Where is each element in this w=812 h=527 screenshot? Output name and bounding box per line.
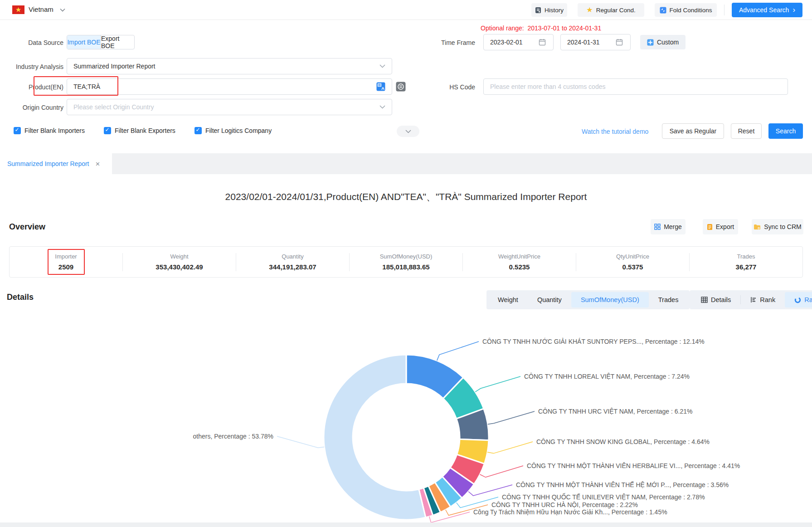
horizontal-scrollbar[interactable] [0, 522, 812, 527]
fold-conditions-label: Fold Conditions [670, 7, 712, 14]
custom-range-button[interactable]: Custom [640, 35, 686, 49]
pie-label: CÔNG TY TNHH MỘT THÀNH VIÊN THẾ HỆ MỚI P… [516, 481, 729, 488]
chevron-down-icon [379, 105, 385, 109]
metric-tab-quantity[interactable]: Quantity [528, 292, 571, 307]
rank-icon [750, 297, 757, 303]
optional-range-text: Optional range: 2013-07-01 to 2024-01-31 [481, 24, 601, 32]
tab-close-icon[interactable]: × [96, 160, 100, 168]
country-name: Vietnam [29, 5, 53, 13]
app-window: Vietnam History ★ Regular Cond. Fold Con… [0, 0, 812, 527]
tutorial-link[interactable]: Watch the tutorial demo [582, 128, 648, 135]
pie-label: CÔNG TY TNHH URC VIỆT NAM, Percentage : … [538, 408, 693, 415]
match-mode-icon[interactable] [396, 82, 406, 92]
origin-country-label: Origin Country [0, 104, 63, 111]
topbar-divider [724, 5, 724, 15]
export-button[interactable]: Export [703, 219, 738, 234]
overview-heading: Overview [9, 222, 45, 232]
view-tabs: Details Rank Ratio [690, 290, 812, 309]
pie-label: CÔNG TY TNHH MỘT THÀNH VIÊN HERBALIFE VI… [527, 462, 740, 469]
stat-qty-unit-price: QtyUnitPrice0.5375 [576, 253, 689, 271]
reset-button[interactable]: Reset [731, 123, 762, 139]
export-label: Export [716, 223, 734, 230]
checkbox-label: Filter Blank Importers [24, 127, 85, 134]
report-title: 2023/02/01-2024/01/31,Product(EN) AND"TE… [0, 190, 812, 203]
industry-analysis-label: Industry Analysis [0, 63, 63, 70]
fold-conditions-button[interactable]: Fold Conditions [655, 3, 717, 17]
search-button[interactable]: Search [768, 123, 803, 139]
stat-trades: Trades36,277 [690, 253, 802, 271]
product-en-input[interactable] [67, 78, 392, 95]
view-tab-ratio[interactable]: Ratio [785, 292, 812, 307]
details-heading: Details [7, 293, 34, 302]
data-source-toggle: Import BOE Export BOE [67, 35, 135, 49]
start-date-input[interactable] [483, 34, 554, 50]
stat-quantity: Quantity344,191,283.07 [236, 253, 349, 271]
pie-leader-line [475, 376, 520, 392]
regular-cond-button[interactable]: ★ Regular Cond. [578, 3, 644, 17]
import-boe-option[interactable]: Import BOE [67, 35, 101, 49]
history-icon [535, 7, 541, 14]
view-tab-label: Rank [760, 296, 775, 303]
metric-tab-sum-of-money[interactable]: SumOfMoney(USD) [571, 292, 649, 307]
checkbox-checked-icon [194, 127, 202, 134]
advanced-search-button[interactable]: Advanced Search › [732, 3, 802, 17]
pie-leader-line [480, 466, 524, 477]
custom-label: Custom [657, 39, 679, 46]
product-en-label: Product(EN) [0, 83, 63, 91]
metric-tab-trades[interactable]: Trades [649, 292, 688, 307]
pie-label: CÔNG TY TNHH SNOW KING GLOBAL, Percentag… [536, 438, 710, 445]
pie-label: CÔNG TY TNHH NƯỚC GIẢI KHÁT SUNTORY PEPS… [482, 338, 705, 345]
view-tab-label: Details [711, 296, 731, 303]
checkbox-checked-icon [104, 127, 111, 134]
metric-tab-weight[interactable]: Weight [488, 292, 528, 307]
filter-checkbox-row: Filter Blank Importers Filter Blank Expo… [14, 127, 291, 134]
merge-label: Merge [664, 223, 682, 230]
filter-blank-importers-checkbox[interactable]: Filter Blank Importers [14, 127, 85, 134]
star-icon: ★ [586, 6, 593, 14]
tab-summarized-importer-report[interactable]: Summarized Importer Report × [0, 153, 112, 174]
stat-weight: Weight353,430,402.49 [123, 253, 236, 271]
ratio-donut-chart: CÔNG TY TNHH NƯỚC GIẢI KHÁT SUNTORY PEPS… [0, 317, 812, 524]
advanced-search-label: Advanced Search [739, 6, 789, 14]
hs-code-input[interactable] [483, 78, 788, 95]
sync-to-crm-button[interactable]: Sync to CRM [752, 219, 803, 234]
pie-leader-line [437, 342, 479, 361]
custom-icon [647, 39, 654, 46]
view-tab-rank[interactable]: Rank [741, 292, 785, 307]
save-as-regular-button[interactable]: Save as Regular [662, 123, 724, 139]
pie-leader-line [487, 442, 533, 454]
sync-to-crm-label: Sync to CRM [764, 223, 801, 230]
end-date-input[interactable] [560, 34, 631, 50]
chevron-down-icon [379, 64, 385, 68]
export-boe-option[interactable]: Export BOE [101, 35, 134, 49]
translate-icon[interactable]: A [376, 82, 385, 91]
country-selector[interactable]: Vietnam [29, 5, 65, 13]
tab-strip: Summarized Importer Report × [0, 153, 812, 174]
checkbox-label: Filter Logitics Company [205, 127, 272, 134]
regular-cond-label: Regular Cond. [596, 7, 636, 14]
donut-chart-icon [794, 297, 801, 303]
time-frame-label: Time Frame [408, 39, 475, 46]
pie-label: CÔNG TY TNHH LOREAL VIỆT NAM, Percentage… [524, 373, 690, 380]
metric-tabs: Weight Quantity SumOfMoney(USD) Trades [486, 290, 690, 309]
origin-country-select[interactable]: Please select Origin Country [67, 99, 392, 115]
fold-conditions-icon [660, 7, 666, 14]
sync-crm-icon [754, 224, 761, 230]
hs-code-label: HS Code [408, 83, 475, 91]
history-button[interactable]: History [531, 3, 567, 17]
filter-logitics-company-checkbox[interactable]: Filter Logitics Company [194, 127, 272, 134]
origin-country-placeholder: Please select Origin Country [73, 103, 154, 111]
data-source-label: Data Source [0, 39, 63, 46]
stat-sum-of-money: SumOfMoney(USD)185,018,883.65 [350, 253, 462, 271]
industry-analysis-select[interactable]: Summarized Importer Report [67, 58, 392, 74]
filter-blank-exporters-checkbox[interactable]: Filter Blank Exporters [104, 127, 175, 134]
tab-title: Summarized Importer Report [7, 160, 89, 167]
view-tab-details[interactable]: Details [691, 292, 740, 307]
stat-importer: Importer2509 [10, 253, 122, 271]
expand-conditions-button[interactable] [397, 126, 419, 137]
view-tab-label: Ratio [804, 296, 812, 303]
top-bar: Vietnam History ★ Regular Cond. Fold Con… [0, 0, 812, 20]
merge-button[interactable]: Merge [651, 219, 686, 234]
overview-stats-card: Importer2509 Weight353,430,402.49 Quanti… [9, 246, 803, 278]
table-icon [701, 297, 708, 303]
